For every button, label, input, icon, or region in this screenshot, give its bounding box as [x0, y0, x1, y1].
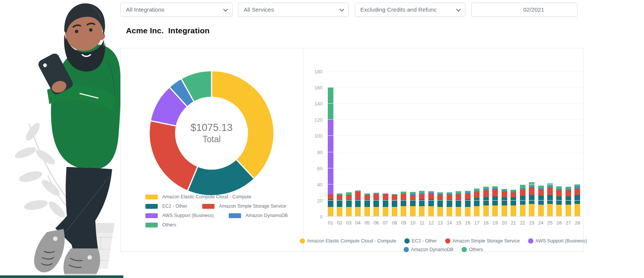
bar-segment-amazon-simple-storage-service[interactable]	[483, 190, 489, 197]
bar-day-05[interactable]: 05	[363, 71, 372, 217]
bar-segment-ec2-other[interactable]	[474, 198, 480, 206]
bar-day-18[interactable]: 18	[481, 71, 490, 217]
bar-segment-amazon-simple-storage-service[interactable]	[492, 189, 498, 196]
bar-segment-amazon-simple-storage-service[interactable]	[410, 195, 416, 200]
bar-segment-ec2-other[interactable]	[447, 200, 452, 207]
bar-segment-amazon-elastic-compute-cloud-compute[interactable]	[419, 206, 425, 217]
bar-segment-amazon-elastic-compute-cloud-compute[interactable]	[410, 206, 416, 217]
bar-day-02[interactable]: 02	[335, 71, 344, 217]
bar-segment-amazon-elastic-compute-cloud-compute[interactable]	[346, 207, 352, 217]
bar-segment-ec2-other[interactable]	[502, 197, 507, 205]
bar-segment-amazon-simple-storage-service[interactable]	[437, 195, 443, 200]
bar-segment-amazon-simple-storage-service[interactable]	[502, 192, 507, 197]
bar-day-16[interactable]: 16	[463, 71, 472, 217]
bar-segment-amazon-simple-storage-service[interactable]	[419, 194, 425, 199]
bar-day-04[interactable]: 04	[353, 71, 362, 217]
bar-segment-amazon-elastic-compute-cloud-compute[interactable]	[364, 207, 370, 217]
bar-segment-ec2-other[interactable]	[337, 200, 342, 207]
legend-item-amazon-elastic-compute-cloud-compute[interactable]: Amazon Elastic Compute Cloud - Compute	[300, 238, 396, 244]
bar-segment-amazon-elastic-compute-cloud-compute[interactable]	[483, 205, 489, 217]
legend-item-amazon-elastic-compute-cloud-compute[interactable]: Amazon Elastic Compute Cloud - Compute	[145, 194, 251, 199]
bar-segment-amazon-simple-storage-service[interactable]	[456, 194, 461, 200]
bar-segment-ec2-other[interactable]	[392, 201, 397, 207]
bar-segment-others[interactable]	[328, 88, 333, 120]
bar-segment-ec2-other[interactable]	[556, 196, 562, 205]
bar-segment-amazon-elastic-compute-cloud-compute[interactable]	[547, 204, 553, 217]
bar-segment-ec2-other[interactable]	[529, 195, 534, 204]
bar-day-21[interactable]: 21	[509, 71, 518, 217]
bar-day-13[interactable]: 13	[436, 71, 445, 217]
bar-segment-ec2-other[interactable]	[346, 200, 352, 207]
bar-segment-ec2-other[interactable]	[566, 196, 571, 205]
legend-item-others[interactable]: Others	[462, 247, 483, 252]
bar-segment-amazon-simple-storage-service[interactable]	[547, 187, 553, 195]
bar-day-06[interactable]: 06	[372, 71, 380, 217]
bar-day-14[interactable]: 14	[445, 71, 454, 217]
bar-day-15[interactable]: 15	[454, 71, 463, 217]
bar-segment-amazon-simple-storage-service[interactable]	[328, 194, 333, 199]
bar-segment-amazon-elastic-compute-cloud-compute[interactable]	[401, 206, 406, 217]
bar-segment-ec2-other[interactable]	[410, 200, 416, 206]
bar-day-26[interactable]: 26	[555, 71, 564, 217]
month-picker-input[interactable]: 02/2021	[471, 3, 577, 17]
bar-segment-amazon-elastic-compute-cloud-compute[interactable]	[520, 205, 526, 217]
bar-segment-amazon-elastic-compute-cloud-compute[interactable]	[502, 205, 507, 217]
bar-segment-amazon-elastic-compute-cloud-compute[interactable]	[574, 204, 580, 217]
bar-segment-amazon-simple-storage-service[interactable]	[566, 190, 571, 196]
bar-segment-aws-support-business[interactable]	[328, 120, 333, 194]
bar-segment-ec2-other[interactable]	[492, 196, 498, 205]
bar-segment-amazon-simple-storage-service[interactable]	[465, 193, 471, 199]
bar-day-01[interactable]: 01	[326, 71, 335, 217]
bar-segment-amazon-simple-storage-service[interactable]	[474, 192, 480, 198]
bar-segment-amazon-elastic-compute-cloud-compute[interactable]	[465, 207, 471, 217]
bar-segment-others[interactable]	[529, 182, 534, 186]
bar-segment-amazon-simple-storage-service[interactable]	[520, 189, 526, 196]
bar-segment-amazon-simple-storage-service[interactable]	[529, 187, 534, 195]
bar-segment-amazon-elastic-compute-cloud-compute[interactable]	[566, 205, 571, 217]
bar-segment-amazon-elastic-compute-cloud-compute[interactable]	[529, 204, 534, 217]
bar-segment-amazon-simple-storage-service[interactable]	[447, 195, 452, 200]
bar-day-12[interactable]: 12	[426, 71, 435, 217]
bar-segment-amazon-simple-storage-service[interactable]	[392, 195, 397, 201]
legend-item-aws-support-business[interactable]: AWS Support (Business)	[145, 213, 214, 218]
bar-segment-ec2-other[interactable]	[437, 200, 443, 207]
integrations-select[interactable]: All Integrations	[120, 3, 232, 17]
credits-filter-select[interactable]: Excluding Credits and Refunc	[355, 3, 465, 17]
legend-item-amazon-dynamodb[interactable]: Amazon DynamoDB	[229, 213, 288, 218]
bar-day-10[interactable]: 10	[408, 71, 417, 217]
bar-segment-ec2-other[interactable]	[401, 200, 406, 206]
bar-segment-ec2-other[interactable]	[373, 200, 379, 207]
bar-day-17[interactable]: 17	[472, 71, 481, 217]
donut-slice-amazon-simple-storage-service[interactable]	[149, 121, 198, 191]
bar-segment-amazon-elastic-compute-cloud-compute[interactable]	[355, 207, 361, 217]
bar-segment-amazon-elastic-compute-cloud-compute[interactable]	[328, 207, 333, 217]
bar-segment-amazon-simple-storage-service[interactable]	[538, 189, 544, 196]
bar-segment-amazon-elastic-compute-cloud-compute[interactable]	[492, 205, 498, 217]
bar-day-28[interactable]: 28	[573, 71, 582, 217]
bar-segment-amazon-elastic-compute-cloud-compute[interactable]	[373, 207, 379, 217]
bar-segment-ec2-other[interactable]	[511, 197, 516, 205]
bar-day-22[interactable]: 22	[518, 71, 527, 217]
bar-day-23[interactable]: 23	[527, 71, 536, 217]
bar-day-08[interactable]: 08	[390, 71, 399, 217]
bar-day-03[interactable]: 03	[344, 71, 353, 217]
bar-segment-amazon-simple-storage-service[interactable]	[364, 195, 370, 200]
bar-segment-amazon-elastic-compute-cloud-compute[interactable]	[392, 207, 397, 217]
bar-segment-amazon-simple-storage-service[interactable]	[556, 190, 562, 196]
legend-item-ec2-other[interactable]: EC2 - Other	[145, 204, 187, 209]
legend-item-others[interactable]: Others	[145, 222, 176, 227]
bar-segment-amazon-elastic-compute-cloud-compute[interactable]	[456, 207, 461, 217]
bar-segment-amazon-simple-storage-service[interactable]	[346, 195, 352, 200]
bar-segment-amazon-elastic-compute-cloud-compute[interactable]	[447, 207, 452, 217]
bar-day-27[interactable]: 27	[564, 71, 573, 217]
legend-item-amazon-simple-storage-service[interactable]: Amazon Simple Storage Service	[445, 238, 520, 244]
donut-slice-amazon-elastic-compute-cloud-compute[interactable]	[212, 71, 274, 179]
bar-segment-amazon-simple-storage-service[interactable]	[428, 193, 434, 199]
bar-segment-amazon-elastic-compute-cloud-compute[interactable]	[538, 205, 544, 217]
bar-day-25[interactable]: 25	[545, 71, 554, 217]
bar-segment-ec2-other[interactable]	[574, 195, 580, 204]
bar-segment-amazon-simple-storage-service[interactable]	[401, 194, 406, 200]
bar-segment-amazon-elastic-compute-cloud-compute[interactable]	[437, 207, 443, 217]
bar-day-24[interactable]: 24	[536, 71, 545, 217]
bar-segment-ec2-other[interactable]	[547, 195, 553, 204]
